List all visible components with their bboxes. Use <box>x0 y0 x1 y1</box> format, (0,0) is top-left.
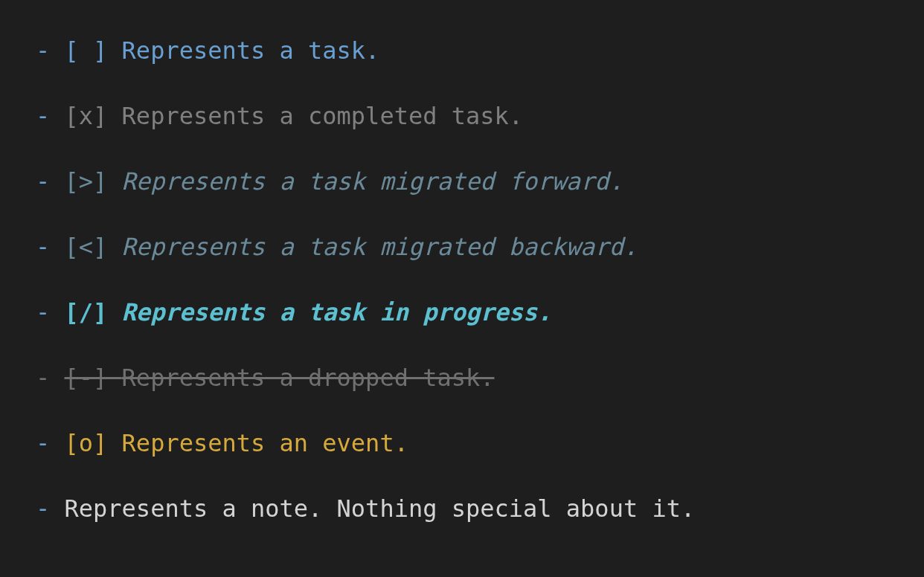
dropped-text: Represents a dropped task. <box>122 364 495 392</box>
list-dash: - <box>36 429 65 457</box>
line-migrated-forward: - [>] Represents a task migrated forward… <box>36 164 888 199</box>
checkbox-forward: [>] <box>65 167 122 196</box>
checkbox-dropped: [-] <box>65 364 122 392</box>
migrated-forward-text: Represents a task migrated forward. <box>122 167 623 196</box>
list-dash: - <box>36 167 65 196</box>
list-dash: - <box>36 494 65 523</box>
checkbox-done: [x] <box>65 102 122 130</box>
line-completed: - [x] Represents a completed task. <box>36 98 888 134</box>
checkbox-backward: [<] <box>65 233 122 261</box>
line-migrated-backward: - [<] Represents a task migrated backwar… <box>36 229 888 265</box>
line-note: - Represents a note. Nothing special abo… <box>36 491 888 526</box>
note-text: Represents a note. Nothing special about… <box>65 494 696 523</box>
event-text: Represents an event. <box>122 429 408 457</box>
task-text: Represents a task. <box>122 36 380 65</box>
list-dash: - <box>36 364 65 392</box>
checkbox-empty: [ ] <box>65 36 122 65</box>
checkbox-progress: [/] <box>65 298 122 326</box>
migrated-backward-text: Represents a task migrated backward. <box>122 233 638 261</box>
list-dash: - <box>36 36 65 65</box>
list-dash: - <box>36 233 65 261</box>
checkbox-event: [o] <box>65 429 122 457</box>
list-dash: - <box>36 102 65 130</box>
line-task: - [ ] Represents a task. <box>36 33 888 68</box>
line-event: - [o] Represents an event. <box>36 425 888 461</box>
code-editor[interactable]: - [ ] Represents a task. - [x] Represent… <box>0 0 924 559</box>
line-dropped: - [-] Represents a dropped task. <box>36 360 888 396</box>
in-progress-text: Represents a task in progress. <box>122 298 552 326</box>
line-in-progress: - [/] Represents a task in progress. <box>36 294 888 330</box>
completed-text: Represents a completed task. <box>122 102 523 130</box>
list-dash: - <box>36 298 65 326</box>
